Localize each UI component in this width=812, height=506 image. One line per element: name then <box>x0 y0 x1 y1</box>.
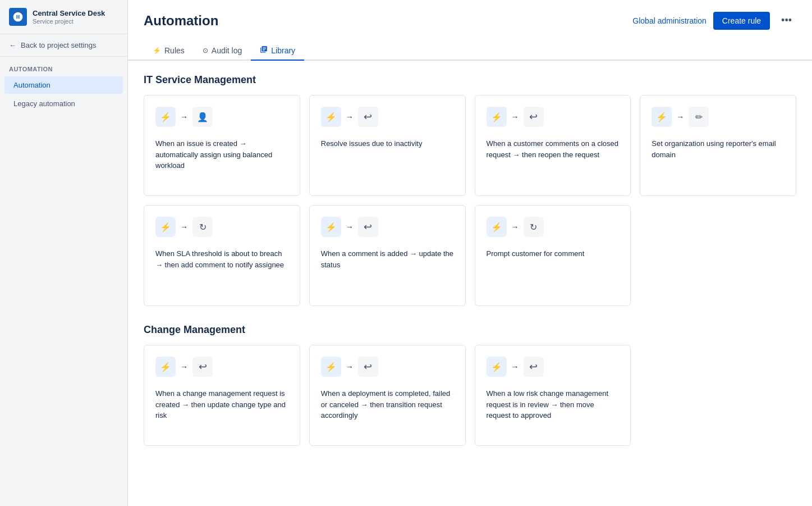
tabs-bar: ⚡ Rules ⊙ Audit log Library <box>128 34 812 61</box>
tab-library-label: Library <box>271 46 295 55</box>
card-text: When an issue is created → automatically… <box>155 138 288 171</box>
sidebar-item-automation[interactable]: Automation <box>4 76 123 94</box>
arrow-icon: → <box>180 222 188 231</box>
main-content: Automation Global administration Create … <box>128 0 812 506</box>
arrow-icon: → <box>511 362 519 371</box>
automation-label: Automation <box>13 81 51 89</box>
card-auto-assign[interactable]: ⚡ → 👤 When an issue is created → automat… <box>144 95 300 196</box>
card-sla-breach[interactable]: ⚡ → ↻ When SLA threshold is about to bre… <box>144 205 300 306</box>
card-icons: ⚡ → ↩ <box>321 107 454 127</box>
rules-icon: ⚡ <box>153 47 161 54</box>
card-text: When a deployment is completed, failed o… <box>321 388 454 421</box>
it-service-management-section: IT Service Management ⚡ → 👤 When an issu… <box>144 74 796 306</box>
arrow-icon: → <box>511 222 519 231</box>
content-area: IT Service Management ⚡ → 👤 When an issu… <box>128 61 812 506</box>
trigger-icon: ⚡ <box>321 107 341 127</box>
card-comment-status[interactable]: ⚡ → ↩ When a comment is added → update t… <box>309 205 466 306</box>
more-options-button[interactable]: ••• <box>777 11 796 30</box>
arrow-icon: → <box>180 362 188 371</box>
arrow-icon: → <box>346 362 354 371</box>
card-text: Set organization using reporter's email … <box>652 138 785 160</box>
card-text: When SLA threshold is about to breach → … <box>155 248 288 270</box>
action-icon: ↩ <box>524 107 544 127</box>
card-text: When a comment is added → update the sta… <box>321 248 454 270</box>
tab-library[interactable]: Library <box>251 41 304 61</box>
global-administration-link[interactable]: Global administration <box>632 16 707 25</box>
action-icon: ↩ <box>358 107 378 127</box>
card-low-risk-approved[interactable]: ⚡ → ↩ When a low risk change management … <box>475 345 631 446</box>
trigger-icon: ⚡ <box>155 217 176 237</box>
action-icon: ↩ <box>524 357 544 377</box>
tab-audit-log[interactable]: ⊙ Audit log <box>194 41 251 61</box>
card-text: Resolve issues due to inactivity <box>321 138 454 149</box>
card-icons: ⚡ → ↻ <box>487 217 620 237</box>
change-mgmt-row-1: ⚡ → ↩ When a change management request i… <box>144 345 796 446</box>
card-icons: ⚡ → ↩ <box>321 217 454 237</box>
it-sm-row-1: ⚡ → 👤 When an issue is created → automat… <box>144 95 796 196</box>
card-icons: ⚡ → ↻ <box>155 217 288 237</box>
action-icon: ↻ <box>192 217 213 237</box>
trigger-icon: ⚡ <box>487 357 507 377</box>
page-header: Automation Global administration Create … <box>128 0 812 30</box>
header-actions: Global administration Create rule ••• <box>632 11 796 30</box>
action-icon: ↩ <box>192 357 213 377</box>
card-icons: ⚡ → ↩ <box>487 357 620 377</box>
back-label: Back to project settings <box>21 41 96 49</box>
change-section-title: Change Management <box>144 324 796 336</box>
it-sm-row-2: ⚡ → ↻ When SLA threshold is about to bre… <box>144 205 796 306</box>
tab-rules-label: Rules <box>164 46 185 55</box>
arrow-icon: → <box>346 222 354 231</box>
trigger-icon: ⚡ <box>155 357 176 377</box>
card-icons: ⚡ → ✏ <box>652 107 785 127</box>
card-text: When a low risk change management reques… <box>487 388 620 421</box>
card-change-type-risk[interactable]: ⚡ → ↩ When a change management request i… <box>144 345 300 446</box>
card-reopen-request[interactable]: ⚡ → ↩ When a customer comments on a clos… <box>475 95 631 196</box>
project-name: Central Service Desk <box>33 9 105 19</box>
trigger-icon: ⚡ <box>321 357 341 377</box>
card-text: Prompt customer for comment <box>487 248 620 259</box>
action-icon: ↩ <box>358 217 378 237</box>
project-type: Service project <box>33 18 105 25</box>
card-icons: ⚡ → ↩ <box>487 107 620 127</box>
action-icon: ✏ <box>689 107 709 127</box>
trigger-icon: ⚡ <box>155 107 176 127</box>
create-rule-button[interactable]: Create rule <box>713 12 770 30</box>
trigger-icon: ⚡ <box>321 217 341 237</box>
arrow-icon: → <box>676 112 684 121</box>
card-set-organization[interactable]: ⚡ → ✏ Set organization using reporter's … <box>640 95 796 196</box>
back-to-project-settings[interactable]: ← Back to project settings <box>0 34 127 57</box>
action-icon: 👤 <box>192 107 213 127</box>
library-icon <box>260 45 268 55</box>
automation-section-label: AUTOMATION <box>0 57 127 76</box>
action-icon: ↻ <box>524 217 544 237</box>
trigger-icon: ⚡ <box>652 107 672 127</box>
sidebar: Central Service Desk Service project ← B… <box>0 0 128 506</box>
sidebar-header: Central Service Desk Service project <box>0 0 127 34</box>
it-section-title: IT Service Management <box>144 74 796 86</box>
sidebar-item-legacy-automation[interactable]: Legacy automation <box>4 95 123 112</box>
change-management-section: Change Management ⚡ → ↩ When a change ma… <box>144 324 796 446</box>
project-logo <box>9 8 27 26</box>
card-icons: ⚡ → 👤 <box>155 107 288 127</box>
back-arrow-icon: ← <box>9 41 16 49</box>
card-text: When a change management request is crea… <box>155 388 288 421</box>
card-resolve-inactivity[interactable]: ⚡ → ↩ Resolve issues due to inactivity <box>309 95 466 196</box>
tab-audit-log-label: Audit log <box>212 46 242 55</box>
arrow-icon: → <box>511 112 519 121</box>
card-prompt-customer[interactable]: ⚡ → ↻ Prompt customer for comment <box>475 205 631 306</box>
card-text: When a customer comments on a closed req… <box>487 138 620 160</box>
page-title: Automation <box>144 13 218 29</box>
card-icons: ⚡ → ↩ <box>155 357 288 377</box>
audit-log-icon: ⊙ <box>203 47 208 54</box>
arrow-icon: → <box>180 112 188 121</box>
legacy-automation-label: Legacy automation <box>13 99 75 108</box>
card-icons: ⚡ → ↩ <box>321 357 454 377</box>
action-icon: ↩ <box>358 357 378 377</box>
trigger-icon: ⚡ <box>487 107 507 127</box>
arrow-icon: → <box>346 112 354 121</box>
card-deployment-transition[interactable]: ⚡ → ↩ When a deployment is completed, fa… <box>309 345 466 446</box>
trigger-icon: ⚡ <box>487 217 507 237</box>
tab-rules[interactable]: ⚡ Rules <box>144 41 194 61</box>
